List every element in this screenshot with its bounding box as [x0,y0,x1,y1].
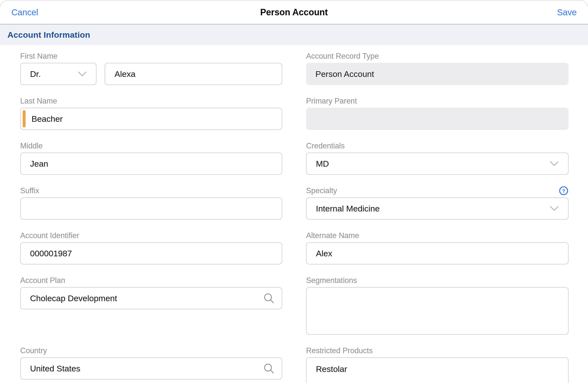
credentials-value: MD [316,159,329,169]
last-name-group: Last Name [20,96,282,130]
country-field [20,357,282,380]
chevron-down-icon [550,206,559,211]
account-form: First Name Dr. Account Record Type Perso… [0,45,588,383]
account-identifier-field [20,242,282,265]
credentials-select[interactable]: MD [306,153,568,175]
salutation-select[interactable]: Dr. [20,63,97,85]
middle-name-group: Middle [20,141,282,175]
required-indicator [23,110,26,127]
account-record-type-field: Person Account [306,63,568,85]
first-name-field [105,63,282,85]
primary-parent-group: Primary Parent [306,96,568,130]
restricted-products-group: Restricted Products Restolar [306,346,568,383]
suffix-input[interactable] [30,204,272,213]
account-record-type-label: Account Record Type [306,52,379,61]
alternate-name-input[interactable] [316,249,559,258]
middle-name-field [20,153,282,175]
last-name-label: Last Name [20,97,57,106]
restricted-products-textarea[interactable]: Restolar [306,357,568,383]
last-name-field [20,108,282,130]
segmentations-label: Segmentations [306,276,357,285]
specialty-label: Specialty [306,186,337,195]
top-nav-bar: Cancel Person Account Save [0,0,588,24]
segmentations-textarea[interactable] [306,287,568,335]
search-icon[interactable] [263,362,275,374]
specialty-value: Internal Medicine [316,204,380,213]
person-account-modal: Cancel Person Account Save Account Infor… [0,0,588,383]
country-label: Country [20,346,47,355]
first-name-input[interactable] [114,69,272,79]
country-group: Country [20,346,282,383]
alternate-name-label: Alternate Name [306,231,359,240]
account-identifier-group: Account Identifier [20,231,282,265]
segmentations-group: Segmentations [306,276,568,335]
first-name-group: First Name Dr. [20,51,282,85]
help-icon[interactable]: ? [559,186,568,196]
last-name-input[interactable] [32,114,272,124]
suffix-label: Suffix [20,186,39,195]
middle-name-label: Middle [20,141,42,150]
chevron-down-icon [78,71,87,77]
alternate-name-field [306,242,568,265]
primary-parent-field [306,108,568,130]
suffix-field [20,197,282,220]
specialty-group: Specialty ? Internal Medicine [306,186,568,220]
middle-name-input[interactable] [30,159,272,169]
chevron-down-icon [550,161,559,166]
account-plan-input[interactable] [30,293,272,303]
credentials-group: Credentials MD [306,141,568,175]
account-record-type-group: Account Record Type Person Account [306,51,568,85]
search-icon[interactable] [263,292,275,304]
cancel-button[interactable]: Cancel [11,7,38,17]
section-title: Account Information [7,30,90,40]
alternate-name-group: Alternate Name [306,231,568,265]
account-plan-group: Account Plan [20,276,282,335]
credentials-label: Credentials [306,141,345,150]
specialty-select[interactable]: Internal Medicine [306,197,568,220]
country-input[interactable] [30,364,272,373]
svg-text:?: ? [562,188,565,194]
restricted-products-label: Restricted Products [306,346,373,355]
section-header-account-information: Account Information [0,24,588,45]
account-identifier-input[interactable] [30,249,272,258]
suffix-group: Suffix [20,186,282,220]
account-record-type-value: Person Account [315,69,374,79]
salutation-value: Dr. [30,69,41,79]
account-plan-label: Account Plan [20,276,65,285]
save-button[interactable]: Save [557,7,577,17]
page-title: Person Account [260,7,328,18]
primary-parent-label: Primary Parent [306,97,357,106]
first-name-label: First Name [20,52,58,61]
account-identifier-label: Account Identifier [20,231,79,240]
account-plan-field [20,287,282,309]
